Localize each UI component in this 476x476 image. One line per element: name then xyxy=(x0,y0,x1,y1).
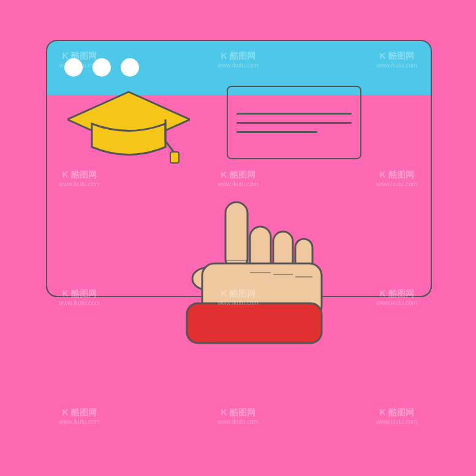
browser-dot-1 xyxy=(64,58,83,77)
svg-rect-10 xyxy=(187,303,322,343)
content-card xyxy=(227,86,361,159)
svg-rect-3 xyxy=(170,152,179,163)
content-card-line-1 xyxy=(236,113,352,115)
browser-dot-3 xyxy=(121,58,139,77)
graduation-cap xyxy=(67,86,190,165)
watermark-cell: K 酷图网 www.ikutu.com xyxy=(317,357,476,476)
watermark-cell: K 酷图网 www.ikutu.com xyxy=(159,357,317,476)
svg-rect-4 xyxy=(225,202,247,270)
content-card-line-3 xyxy=(236,131,317,133)
content-card-line-2 xyxy=(236,122,352,124)
watermark-cell: K 酷图网 www.ikutu.com xyxy=(0,357,159,476)
browser-dot-2 xyxy=(93,58,111,77)
hand-cursor xyxy=(135,190,343,374)
